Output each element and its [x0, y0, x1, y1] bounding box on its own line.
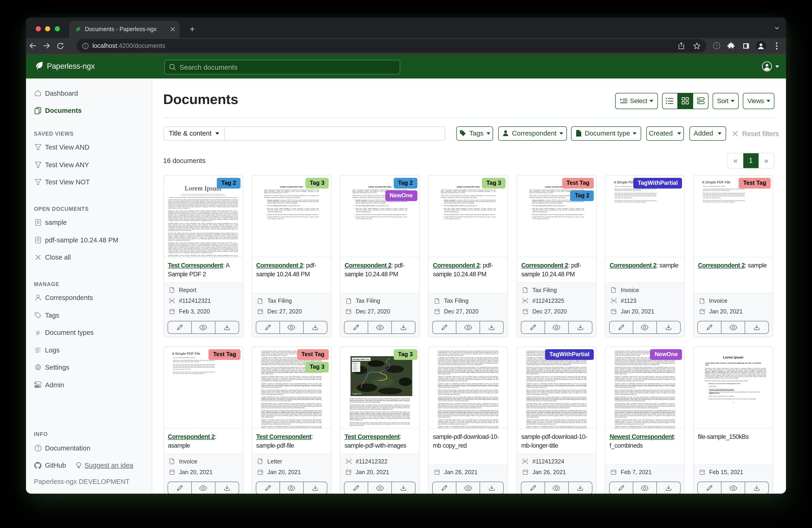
svg-text:Boundary Waters Trip: Boundary Waters Trip — [353, 358, 369, 360]
svg-text:Day 2: Day 2 — [353, 366, 357, 367]
svg-text:Day 3: Day 3 — [353, 368, 357, 369]
svg-text:Google Earth: Google Earth — [352, 393, 361, 395]
svg-text:Legend: Legend — [353, 362, 357, 363]
svg-text:Day 4: Day 4 — [353, 369, 357, 370]
svg-text:Day 1: Day 1 — [353, 364, 357, 366]
